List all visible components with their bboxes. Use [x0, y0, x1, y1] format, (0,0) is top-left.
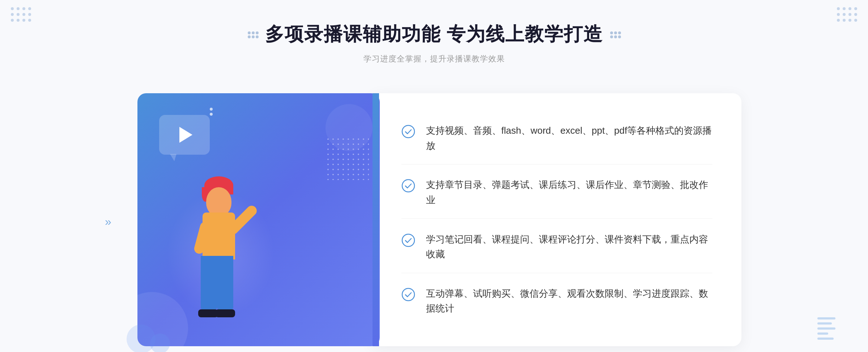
- page-subtitle: 学习进度全掌握，提升录播课教学效果: [363, 53, 505, 64]
- character-shoe-right: [215, 309, 235, 317]
- page-container: 多项录播课辅助功能 专为线上教学打造 学习进度全掌握，提升录播课教学效果 »: [0, 0, 868, 352]
- svg-point-1: [402, 180, 414, 192]
- sparkle-dot: [210, 113, 213, 116]
- chevron-right-icon: »: [105, 215, 111, 228]
- feature-text-3: 学习笔记回看、课程提问、课程评论打分、课件资料下载，重点内容收藏: [426, 232, 712, 262]
- line-bar-4: [817, 332, 828, 335]
- features-panel: 支持视频、音频、flash、word、excel、ppt、pdf等各种格式的资源…: [373, 93, 741, 346]
- title-dots-left: [248, 31, 258, 38]
- feature-text-4: 互动弹幕、试听购买、微信分享、观看次数限制、学习进度跟踪、数据统计: [426, 286, 712, 316]
- sparkle-dot: [210, 108, 213, 111]
- feature-item-4: 互动弹幕、试听购买、微信分享、观看次数限制、学习进度跟踪、数据统计: [401, 275, 712, 327]
- character-illustration: [159, 137, 275, 346]
- character-head: [206, 187, 231, 216]
- deco-circle-small: [150, 334, 170, 352]
- character-leg-left: [201, 256, 217, 310]
- check-icon-1: [401, 125, 415, 138]
- line-bar-2: [817, 322, 832, 325]
- title-dots-right: [610, 31, 620, 38]
- illustration-panel: [127, 86, 373, 352]
- deco-circles: [127, 325, 170, 352]
- svg-point-2: [402, 234, 414, 246]
- dots-decoration-top-left: [11, 7, 31, 22]
- feature-item-2: 支持章节目录、弹题考试、课后练习、课后作业、章节测验、批改作业: [401, 167, 712, 219]
- header-section: 多项录播课辅助功能 专为线上教学打造 学习进度全掌握，提升录播课教学效果: [0, 22, 868, 64]
- line-bar-1: [817, 317, 835, 319]
- title-row: 多项录播课辅助功能 专为线上教学打造: [248, 22, 620, 47]
- svg-point-0: [402, 125, 414, 138]
- page-title: 多项录播课辅助功能 专为线上教学打造: [265, 22, 603, 47]
- svg-point-3: [402, 288, 414, 301]
- feature-item-1: 支持视频、音频、flash、word、excel、ppt、pdf等各种格式的资源…: [401, 112, 712, 164]
- content-area: »: [127, 86, 741, 352]
- line-bar-5: [817, 338, 834, 340]
- feature-item-3: 学习笔记回看、课程提问、课程评论打分、课件资料下载，重点内容收藏: [401, 221, 712, 273]
- arrow-decoration-left: »: [105, 215, 111, 228]
- feature-text-1: 支持视频、音频、flash、word、excel、ppt、pdf等各种格式的资源…: [426, 123, 712, 153]
- sparkle-decoration: [210, 108, 213, 116]
- check-icon-3: [401, 233, 415, 247]
- line-bar-3: [817, 327, 835, 330]
- dots-decoration-top-right: [837, 7, 857, 22]
- lines-decoration: [817, 317, 835, 350]
- blue-accent-strip: [373, 93, 379, 346]
- illustration-background: [137, 93, 380, 346]
- character-leg-right: [217, 256, 233, 310]
- check-icon-4: [401, 288, 415, 301]
- check-icon-2: [401, 179, 415, 193]
- illus-dots-pattern: [326, 137, 369, 180]
- feature-text-2: 支持章节目录、弹题考试、课后练习、课后作业、章节测验、批改作业: [426, 177, 712, 207]
